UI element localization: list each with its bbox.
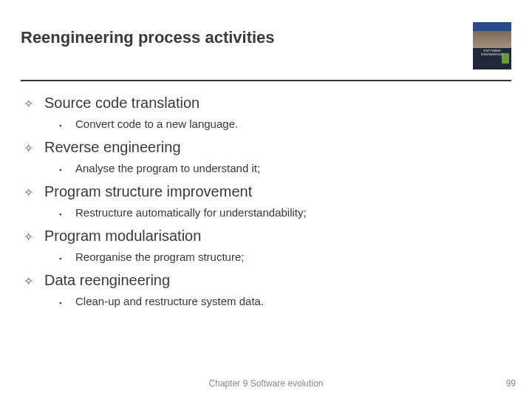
list-item: ✧ Source code translation ▪ Convert code…: [24, 95, 508, 130]
list-item: ✧ Program structure improvement ▪ Restru…: [24, 183, 508, 219]
item-heading: Reverse engineering: [44, 139, 181, 156]
diamond-bullet-icon: ✧: [24, 276, 37, 287]
item-heading: Source code translation: [44, 95, 200, 112]
header-rule: [21, 80, 511, 81]
bullet-level-1: ✧ Data reengineering: [24, 272, 508, 289]
square-bullet-icon: ▪: [59, 211, 66, 218]
list-item: ✧ Program modularisation ▪ Reorganise th…: [24, 228, 508, 263]
list-item: ✧ Data reengineering ▪ Clean-up and rest…: [24, 272, 508, 307]
bullet-level-1: ✧ Program structure improvement: [24, 183, 508, 200]
item-subtext: Analyse the program to understand it;: [75, 162, 260, 174]
bullet-level-2: ▪ Reorganise the program structure;: [24, 250, 508, 263]
book-cover-thumbnail: [473, 22, 511, 69]
square-bullet-icon: ▪: [59, 123, 66, 129]
item-heading: Program modularisation: [44, 228, 201, 245]
bullet-level-2: ▪ Clean-up and restructure system data.: [24, 295, 508, 307]
diamond-bullet-icon: ✧: [24, 187, 37, 199]
bullet-level-1: ✧ Source code translation: [24, 95, 508, 112]
bullet-level-1: ✧ Program modularisation: [24, 228, 508, 245]
item-heading: Data reengineering: [44, 272, 170, 289]
bullet-level-2: ▪ Convert code to a new language.: [24, 117, 508, 130]
bullet-level-2: ▪ Restructure automatically for understa…: [24, 206, 508, 219]
diamond-bullet-icon: ✧: [24, 231, 37, 243]
bullet-level-2: ▪ Analyse the program to understand it;: [24, 162, 508, 174]
item-subtext: Restructure automatically for understand…: [75, 206, 307, 219]
footer-text: Chapter 9 Software evolution: [0, 378, 532, 389]
slide-content: ✧ Source code translation ▪ Convert code…: [21, 95, 511, 307]
bullet-level-1: ✧ Reverse engineering: [24, 139, 508, 156]
slide-header: Reengineering process activities: [21, 22, 511, 69]
item-subtext: Convert code to a new language.: [75, 117, 238, 130]
list-item: ✧ Reverse engineering ▪ Analyse the prog…: [24, 139, 508, 174]
slide-title: Reengineering process activities: [21, 22, 275, 47]
square-bullet-icon: ▪: [59, 300, 66, 307]
page-number: 99: [506, 378, 516, 389]
diamond-bullet-icon: ✧: [24, 98, 37, 110]
square-bullet-icon: ▪: [59, 256, 66, 262]
slide: Reengineering process activities ✧ Sourc…: [0, 0, 532, 399]
square-bullet-icon: ▪: [59, 167, 66, 174]
item-subtext: Reorganise the program structure;: [75, 250, 244, 263]
item-subtext: Clean-up and restructure system data.: [75, 295, 264, 307]
diamond-bullet-icon: ✧: [24, 143, 37, 154]
item-heading: Program structure improvement: [44, 183, 252, 200]
